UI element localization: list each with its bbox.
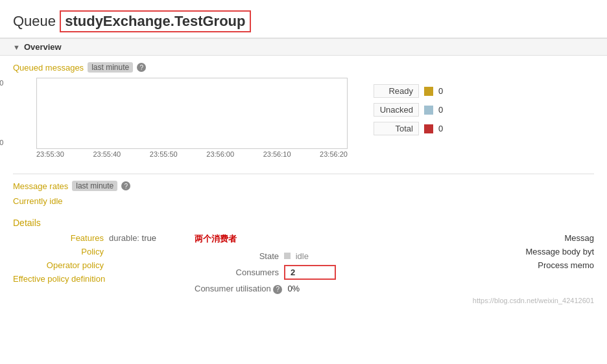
detail-features-row: Features durable: true — [13, 233, 195, 243]
chart-legend: Ready 0 Unacked 0 Total 0 — [374, 78, 451, 135]
detail-utilisation-row: Consumer utilisation ? 0% — [195, 284, 490, 294]
legend-unacked-label: Unacked — [374, 103, 419, 117]
far-right-row-2: Message body byt — [490, 247, 594, 256]
x-label-5: 23:56:20 — [320, 150, 348, 158]
queued-messages-help-icon[interactable]: ? — [137, 63, 146, 72]
far-right-label-3: Process memo — [538, 260, 594, 270]
last-minute-badge[interactable]: last minute — [88, 62, 133, 73]
consumers-count: 2 — [291, 267, 295, 277]
detail-state-row: State idle — [195, 251, 490, 261]
message-rates-help-icon[interactable]: ? — [121, 181, 130, 190]
details-grid: Features durable: true Policy Operator p… — [13, 233, 594, 294]
detail-effective-policy-row: Effective policy definition — [13, 274, 195, 284]
x-label-2: 23:55:50 — [150, 150, 178, 158]
x-label-4: 23:56:10 — [263, 150, 291, 158]
detail-policy-key: Policy — [13, 247, 104, 256]
chart-x-labels: 23:55:30 23:55:40 23:55:50 23:56:00 23:5… — [36, 150, 348, 158]
detail-features-value: durable: true — [109, 233, 156, 243]
details-far-right-column: Messag Message body byt Process memo — [490, 233, 594, 294]
legend-ready-color — [424, 87, 433, 96]
legend-unacked: Unacked 0 — [374, 103, 451, 117]
chart-wrapper: 1.0 0.0 23:55:30 23:55:40 23:55:50 23:56… — [13, 78, 348, 158]
detail-state-value: idle — [284, 251, 336, 261]
overview-section-header: ▼ Overview — [0, 38, 607, 56]
x-label-1: 23:55:40 — [93, 150, 121, 158]
far-right-row-1: Messag — [490, 233, 594, 243]
page-title: Queue studyExchange.TestGroup — [13, 10, 594, 32]
overview-label: Overview — [24, 42, 62, 52]
queued-messages-title: Queued messages last minute ? — [13, 62, 594, 73]
queue-word: Queue — [13, 13, 56, 29]
chart-y-bottom-label: 0.0 — [0, 139, 3, 146]
details-left-column: Features durable: true Policy Operator p… — [13, 233, 195, 294]
detail-consumers-row: Consumers 2 — [195, 265, 490, 280]
far-right-label-2: Message body byt — [525, 247, 594, 256]
queued-messages-chart — [36, 78, 348, 149]
utilisation-help-icon[interactable]: ? — [273, 285, 282, 294]
legend-total-label: Total — [374, 122, 419, 135]
far-right-row-3: Process memo — [490, 260, 594, 270]
details-title: Details — [13, 218, 594, 228]
chart-section: 1.0 0.0 23:55:30 23:55:40 23:55:50 23:56… — [13, 78, 594, 158]
page-header: Queue studyExchange.TestGroup — [0, 0, 607, 38]
x-label-0: 23:55:30 — [36, 150, 64, 158]
section-divider-1 — [13, 174, 594, 174]
detail-utilisation-key: Consumer utilisation ? — [195, 284, 282, 294]
legend-total-color — [424, 124, 433, 133]
far-right-label-1: Messag — [564, 233, 594, 243]
detail-state-key: State — [195, 251, 279, 261]
overview-arrow-icon: ▼ — [13, 43, 20, 51]
legend-unacked-value: 0 — [438, 105, 451, 115]
state-indicator-icon — [284, 253, 291, 259]
message-rates-badge[interactable]: last minute — [72, 181, 117, 191]
legend-total: Total 0 — [374, 122, 451, 135]
queued-messages-area: Queued messages last minute ? 1.0 0.0 23… — [0, 56, 607, 171]
detail-effective-policy-key: Effective policy definition — [13, 274, 105, 284]
detail-consumers-key: Consumers — [195, 267, 279, 277]
watermark: https://blog.csdn.net/weixin_42412601 — [13, 297, 594, 304]
legend-unacked-color — [424, 106, 433, 115]
legend-ready: Ready 0 — [374, 84, 451, 98]
detail-policy-row: Policy — [13, 247, 195, 256]
state-text: idle — [296, 251, 309, 261]
detail-consumers-value: 2 — [284, 265, 336, 280]
legend-ready-label: Ready — [374, 84, 419, 98]
detail-operator-policy-row: Operator policy — [13, 260, 195, 270]
detail-operator-policy-key: Operator policy — [13, 260, 104, 270]
x-label-3: 23:56:00 — [206, 150, 234, 158]
legend-ready-value: 0 — [438, 86, 451, 96]
message-rates-title: Message rates last minute ? — [13, 181, 594, 191]
details-section: Details Features durable: true Policy Op… — [0, 215, 607, 311]
details-right-column: 两个消费者 State idle Consumers 2 — [195, 233, 490, 294]
two-consumers-annotation: 两个消费者 — [195, 233, 490, 245]
chart-y-top-label: 1.0 — [0, 79, 3, 87]
detail-utilisation-value: 0% — [287, 284, 339, 293]
message-rates-section: Message rates last minute ? Currently id… — [0, 177, 607, 215]
page-wrapper: Queue studyExchange.TestGroup ▼ Overview… — [0, 0, 607, 311]
queue-name: studyExchange.TestGroup — [60, 10, 250, 32]
detail-features-key: Features — [13, 233, 104, 243]
currently-idle-status: Currently idle — [13, 196, 594, 206]
legend-total-value: 0 — [438, 124, 451, 133]
